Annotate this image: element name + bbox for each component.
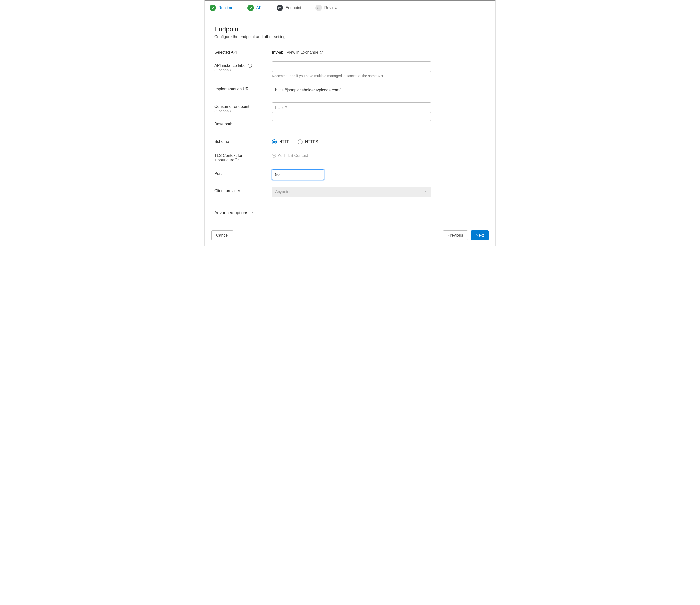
radio-http[interactable]: HTTP xyxy=(272,139,290,144)
radio-unselected-icon xyxy=(298,139,303,144)
svg-rect-0 xyxy=(278,7,281,8)
chevron-right-icon xyxy=(251,210,254,215)
footer: Cancel Previous Next xyxy=(204,226,496,246)
advanced-options-toggle[interactable]: Advanced options xyxy=(215,210,485,220)
instance-label-helper: Recommended if you have multiple managed… xyxy=(272,74,431,78)
info-icon[interactable]: i xyxy=(248,64,252,68)
label-scheme: Scheme xyxy=(215,137,272,144)
label-port: Port xyxy=(215,169,272,176)
client-provider-value: Anypoint xyxy=(275,190,291,194)
view-in-exchange-link[interactable]: View in Exchange xyxy=(287,50,323,55)
radio-https[interactable]: HTTPS xyxy=(298,139,318,144)
add-tls-label: Add TLS Context xyxy=(278,153,308,158)
base-path-input[interactable] xyxy=(272,120,431,130)
label-tls-line2: inbound traffic xyxy=(215,158,272,162)
label-impl-uri: Implementation URI xyxy=(215,85,272,91)
form-content: Endpoint Configure the endpoint and othe… xyxy=(204,16,496,226)
row-impl-uri: Implementation URI xyxy=(215,85,485,95)
list-icon xyxy=(316,5,322,11)
page-title: Endpoint xyxy=(215,25,485,33)
plus-circle-icon: + xyxy=(272,154,276,158)
cancel-button[interactable]: Cancel xyxy=(211,230,233,240)
stepper: Runtime API Endpoint Review xyxy=(204,1,496,16)
radio-selected-icon xyxy=(272,139,277,144)
client-provider-select: Anypoint xyxy=(272,187,431,197)
step-endpoint[interactable]: Endpoint xyxy=(276,5,301,11)
check-icon xyxy=(209,5,216,11)
row-instance-label: API instance label i (Optional) Recommen… xyxy=(215,61,485,78)
impl-uri-input[interactable] xyxy=(272,85,431,95)
row-scheme: Scheme HTTP HTTPS xyxy=(215,137,485,144)
selected-api-value: my-api View in Exchange xyxy=(272,48,431,55)
add-tls-context-button: + Add TLS Context xyxy=(272,151,308,158)
page-subtitle: Configure the endpoint and other setting… xyxy=(215,35,485,39)
label-client-provider: Client provider xyxy=(215,187,272,193)
row-tls-context: TLS Context for inbound traffic + Add TL… xyxy=(215,151,485,162)
step-label: Runtime xyxy=(219,6,233,10)
step-label: Review xyxy=(324,6,337,10)
view-in-exchange-text: View in Exchange xyxy=(287,50,318,55)
optional-hint: (Optional) xyxy=(215,68,272,72)
advanced-options-label: Advanced options xyxy=(215,210,248,215)
chevron-down-icon xyxy=(424,190,428,194)
row-base-path: Base path xyxy=(215,120,485,130)
endpoint-icon xyxy=(276,5,283,11)
selected-api-name: my-api xyxy=(272,50,285,54)
svg-rect-1 xyxy=(278,8,281,9)
row-client-provider: Client provider Anypoint xyxy=(215,187,485,197)
label-base-path: Base path xyxy=(215,120,272,127)
label-instance-label: API instance label xyxy=(215,63,246,68)
radio-http-label: HTTP xyxy=(279,140,290,144)
step-label: Endpoint xyxy=(285,6,301,10)
label-tls-line1: TLS Context for xyxy=(215,153,272,158)
step-api[interactable]: API xyxy=(247,5,263,11)
step-runtime[interactable]: Runtime xyxy=(209,5,233,11)
previous-button[interactable]: Previous xyxy=(443,230,468,240)
radio-https-label: HTTPS xyxy=(305,140,318,144)
label-selected-api: Selected API xyxy=(215,48,272,55)
row-consumer-endpoint: Consumer endpoint (Optional) xyxy=(215,102,485,113)
next-button[interactable]: Next xyxy=(471,230,489,240)
external-link-icon xyxy=(319,51,323,54)
instance-label-input[interactable] xyxy=(272,61,431,72)
wizard-page: Runtime API Endpoint Review Endpoint Con… xyxy=(204,0,496,246)
svg-line-8 xyxy=(321,51,322,53)
port-input[interactable] xyxy=(272,169,324,180)
check-icon xyxy=(247,5,254,11)
scheme-radio-group: HTTP HTTPS xyxy=(272,137,431,144)
consumer-endpoint-input[interactable] xyxy=(272,102,431,113)
row-port: Port xyxy=(215,169,485,180)
step-label: API xyxy=(256,6,263,10)
step-review[interactable]: Review xyxy=(316,5,337,11)
optional-hint: (Optional) xyxy=(215,109,272,113)
row-selected-api: Selected API my-api View in Exchange xyxy=(215,48,485,55)
label-consumer-endpoint: Consumer endpoint xyxy=(215,104,272,109)
